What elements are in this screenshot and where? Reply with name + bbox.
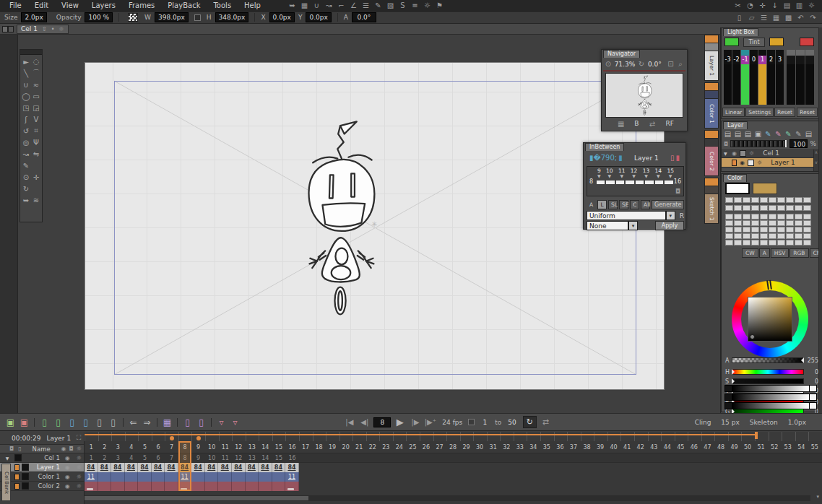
page-2-icon[interactable]: ▱ xyxy=(745,12,758,22)
bulb-icon[interactable]: ☼ xyxy=(77,455,82,461)
frame-number-32[interactable]: 32 xyxy=(500,441,514,453)
palette-swatch[interactable] xyxy=(760,220,768,226)
palette-swatch[interactable] xyxy=(760,227,768,233)
inbetween-tick-10[interactable]: 10▼ xyxy=(606,168,613,178)
palette-swatch[interactable] xyxy=(777,197,785,203)
mode-rgb-button[interactable]: RGB xyxy=(789,248,808,258)
cel-number-41[interactable] xyxy=(620,453,634,462)
inbetween-tick-15[interactable]: 15▼ xyxy=(667,168,674,178)
color1-cell-14[interactable] xyxy=(259,472,272,482)
palette-swatch[interactable] xyxy=(725,197,733,203)
palette-swatch[interactable] xyxy=(803,240,811,246)
color1-cell-7[interactable] xyxy=(165,472,178,482)
frame-number-3[interactable]: 3 xyxy=(111,441,125,453)
frame-number-5[interactable]: 5 xyxy=(138,441,152,453)
palette-swatch[interactable] xyxy=(786,197,794,203)
secondary-color-swatch[interactable] xyxy=(753,183,777,194)
palette-swatch[interactable] xyxy=(734,220,742,226)
cel-number-13[interactable]: 13 xyxy=(246,453,259,462)
row-color-swatch[interactable] xyxy=(14,483,20,490)
palette-swatch[interactable] xyxy=(803,205,811,211)
loop-icon[interactable]: ↻ xyxy=(523,416,537,428)
layer-preview-swatch[interactable] xyxy=(748,160,754,166)
tool-tag-2[interactable]: ◲ xyxy=(31,102,41,113)
row-color-swatch[interactable] xyxy=(14,474,20,480)
stack-frame-icon[interactable]: ▣ xyxy=(753,129,763,139)
frame-number-55[interactable]: 55 xyxy=(808,441,822,453)
tool-curl[interactable]: ↝ xyxy=(21,148,31,160)
exposure-sheet-icon[interactable]: ▦ xyxy=(161,417,173,427)
cel-number-43[interactable] xyxy=(647,453,661,462)
cel-bank-tab[interactable]: Cel Bank xyxy=(1,464,11,501)
timeline-row-layer-1[interactable]: Layer 1◉☼ xyxy=(0,463,84,472)
cel-number-51[interactable] xyxy=(754,453,768,462)
layer1-cell-7[interactable]: 84 xyxy=(165,463,178,472)
mode-a-button[interactable]: A xyxy=(759,248,770,258)
palette-swatch[interactable] xyxy=(795,227,802,233)
layer-opacity-field[interactable]: 100 xyxy=(789,139,808,148)
eye-icon[interactable]: ◉ xyxy=(732,150,737,157)
palette-swatch[interactable] xyxy=(786,227,794,233)
tool-hook[interactable]: ʃ xyxy=(21,113,31,125)
cel-number-45[interactable] xyxy=(674,453,688,462)
palette-swatch[interactable] xyxy=(786,214,794,220)
frame-number-19[interactable]: 19 xyxy=(326,441,339,453)
palette-swatch[interactable] xyxy=(760,197,768,203)
palette-swatch[interactable] xyxy=(751,197,759,203)
pin-icon[interactable]: ⇧ xyxy=(42,26,47,32)
mode-dropdown-icon[interactable]: ▾ xyxy=(628,221,638,230)
row-expand-icon[interactable]: ▼ xyxy=(2,456,12,461)
palette-swatch[interactable] xyxy=(743,227,750,233)
inbetween-tick-9[interactable]: 9▼ xyxy=(597,168,601,178)
cel-number-10[interactable]: 10 xyxy=(205,453,219,462)
cling-value[interactable]: 15 px xyxy=(721,419,739,426)
bulb-icon[interactable]: ☼ xyxy=(77,483,82,490)
stack-1-icon[interactable]: ▤ xyxy=(723,129,732,139)
bulb-icon[interactable]: ☼ xyxy=(421,1,433,11)
mark-cel-left-icon[interactable]: ▿ xyxy=(215,417,228,427)
tool-curve[interactable]: ⌒ xyxy=(31,67,41,79)
onion-skin-marker-icon[interactable] xyxy=(170,436,174,440)
color1-cell-13[interactable] xyxy=(246,472,259,482)
palette-swatch[interactable] xyxy=(751,205,759,211)
palette-swatch[interactable] xyxy=(786,205,794,211)
frame-number-28[interactable]: 28 xyxy=(446,441,460,453)
cel-number-17[interactable] xyxy=(299,453,313,462)
palette-grip[interactable] xyxy=(20,50,42,55)
color-wheel[interactable] xyxy=(732,281,808,357)
visibility-column-icon[interactable]: ◉ xyxy=(61,446,66,452)
onion-skin-marker-icon[interactable] xyxy=(196,436,201,440)
shade-dark-swatch[interactable] xyxy=(724,385,732,392)
frame-number-53[interactable]: 53 xyxy=(781,441,795,453)
palette-swatch[interactable] xyxy=(777,205,785,211)
menu-frames[interactable]: Frames xyxy=(122,1,161,10)
frame-number-20[interactable]: 20 xyxy=(339,441,352,453)
lightbox-red-swatch[interactable] xyxy=(800,38,814,46)
color2-cell-5[interactable] xyxy=(138,482,152,491)
tag-cel-right-icon[interactable]: ▯ xyxy=(195,417,207,427)
lightbox-ref-column[interactable] xyxy=(805,50,814,105)
layer1-cell-5[interactable]: 84 xyxy=(138,463,152,472)
bulb-icon[interactable]: ☼ xyxy=(77,464,82,471)
frame-number-7[interactable]: 7 xyxy=(165,441,178,453)
cells-icon[interactable]: ▩ xyxy=(782,12,795,22)
cel-number-46[interactable] xyxy=(688,453,701,462)
cel-number-47[interactable] xyxy=(701,453,714,462)
list-icon[interactable]: ☰ xyxy=(758,12,770,22)
color1-cell-4[interactable] xyxy=(125,472,139,482)
frame-number-38[interactable]: 38 xyxy=(580,441,594,453)
palette-swatch[interactable] xyxy=(795,205,802,211)
cel-tab-color-1[interactable]: Color 1 xyxy=(704,82,719,129)
frame-number-26[interactable]: 26 xyxy=(420,441,433,453)
cel-number-19[interactable] xyxy=(326,453,339,462)
frame-number-47[interactable]: 47 xyxy=(701,441,714,453)
cel-number-15[interactable]: 15 xyxy=(272,453,286,462)
palette-swatch[interactable] xyxy=(751,214,759,220)
fit-view-icon[interactable]: ⊡ xyxy=(667,59,675,69)
frame-number-54[interactable]: 54 xyxy=(795,441,808,453)
layer1-cell-9[interactable]: 84 xyxy=(191,463,205,472)
cut-icon[interactable]: ✂ xyxy=(732,1,744,11)
stack-4-icon[interactable]: ▤ xyxy=(804,129,813,139)
lock-column-icon[interactable]: ◘ xyxy=(69,446,74,452)
palette-swatch[interactable] xyxy=(777,240,785,246)
